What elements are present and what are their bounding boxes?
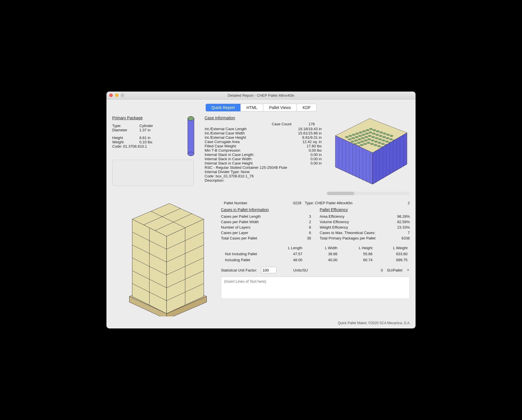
case-height-label: Int./External Case Height [205, 135, 290, 140]
svg-point-14 [376, 130, 379, 132]
su-factor-input[interactable] [261, 267, 276, 273]
svg-point-49 [364, 140, 367, 141]
dim-r2-len: 48.00 [271, 258, 305, 262]
case-count-label: Case Count [272, 122, 292, 126]
case-slack-width-value: 0.00 in [290, 157, 323, 161]
tpp-label: Total Primary Packages per Pallet [320, 236, 390, 240]
svg-point-6 [349, 135, 352, 137]
svg-point-34 [354, 140, 358, 141]
totalcases-label: Total Cases per Pallet [221, 236, 291, 240]
svg-point-36 [361, 137, 365, 139]
svg-point-11 [366, 129, 369, 131]
case-section: Case Information Case Count 176 Int./Ext… [205, 116, 410, 195]
tab-html[interactable]: HTML [241, 104, 263, 111]
case-width-label: Int./External Case Width [205, 131, 290, 135]
svg-point-38 [368, 135, 371, 137]
svg-point-61 [370, 143, 374, 145]
primary-type-value: Cylinder [139, 124, 162, 128]
cmt-value: 7 [390, 231, 410, 235]
svg-point-19 [348, 138, 351, 140]
scrollbar-thumb[interactable] [327, 192, 354, 195]
weight-eff-value: 23.33% [390, 225, 410, 229]
svg-point-59 [363, 143, 367, 145]
tab-pallet-views[interactable]: Pallet Views [263, 104, 297, 111]
svg-point-62 [374, 144, 377, 146]
tab-kdf[interactable]: KDF [297, 104, 316, 111]
primary-weight-label: Weight [112, 140, 139, 144]
su-per-pallet-label: SU/Pallet [387, 268, 402, 272]
cpl-value: 3 [291, 214, 311, 219]
svg-point-27 [375, 134, 379, 136]
app-window: Detailed Report - CHEP Pallet 48inx40in … [106, 92, 416, 328]
dim-r2-hei: 60.74 [341, 258, 375, 262]
dim-r1-len: 47.57 [271, 252, 305, 256]
statistical-unit-row: Statistical Unit Factor: Units/SU 0 SU/P… [221, 267, 410, 273]
svg-point-5 [345, 136, 349, 138]
area-eff-label: Area Efficiency [320, 214, 390, 219]
content: Primary Package Type:Cylinder Diameter1.… [106, 114, 416, 319]
minimize-icon[interactable] [115, 94, 118, 97]
notes-textarea[interactable] [221, 277, 410, 299]
close-icon[interactable] [109, 94, 113, 97]
svg-point-23 [362, 134, 365, 136]
svg-point-50 [367, 138, 371, 140]
svg-point-33 [351, 141, 354, 142]
case-3d-image [327, 116, 410, 195]
case-rsc-text: RSC - Regular Slotted Container 125-250#… [205, 165, 323, 170]
dim-h-height: L Height [341, 246, 375, 250]
primary-package-3d-icon [182, 116, 199, 156]
weight-eff-label: Weight Efficiency [320, 225, 390, 229]
svg-point-9 [359, 132, 362, 133]
case-tb-label: Min T-B Compression [205, 148, 290, 152]
pallet-efficiency-col: Pallet Efficiency Area Efficiency96.28% … [320, 207, 410, 241]
case-corrugate-value: 12.42 sq. in [290, 140, 323, 144]
svg-point-25 [369, 132, 372, 133]
svg-point-37 [365, 136, 368, 138]
dim-h-weight: L Weight [377, 246, 410, 250]
primary-height-value: 8.81 in [139, 136, 162, 140]
case-info-heading: Case Information [205, 116, 323, 120]
vol-eff-value: 82.59% [390, 220, 410, 224]
svg-point-2 [188, 152, 194, 156]
pallet-efficiency-heading: Pallet Efficiency [320, 207, 410, 212]
cpw-label: Cases per Pallet Width [221, 220, 291, 224]
layers-label: Number of Layers [221, 225, 291, 229]
primary-weight-value: 0.10 lbs [139, 140, 162, 144]
cpl-label: Cases per Pallet Length [221, 214, 291, 219]
cpw-value: 2 [291, 220, 311, 224]
svg-point-58 [360, 144, 363, 146]
svg-point-39 [371, 136, 375, 138]
primary-code-label: Code: [112, 144, 122, 148]
tab-row: Quick Report HTML Pallet Views KDF [106, 104, 416, 112]
case-divider-text: Internal Divider Type: None [205, 170, 323, 174]
svg-rect-1 [188, 118, 194, 154]
chevron-down-icon[interactable]: ▼ [406, 268, 410, 272]
pallet-3d-image [112, 201, 218, 316]
cases-in-pallet-col: Cases in Pallet Information Cases per Pa… [221, 207, 311, 241]
dim-r2-wid: 40.00 [307, 258, 340, 262]
case-image-scrollbar[interactable] [327, 192, 410, 195]
pallet-type-value: CHEP Pallet 48inx40in [315, 201, 352, 205]
primary-notes-box[interactable] [112, 160, 194, 186]
tab-quick-report[interactable]: Quick Report [206, 104, 241, 111]
case-tb-value: 0.00 lbs [290, 148, 323, 152]
svg-point-15 [379, 132, 383, 133]
maximize-icon[interactable] [121, 94, 124, 97]
totalcases-value: 36 [291, 236, 311, 240]
svg-point-10 [362, 130, 366, 132]
svg-point-40 [375, 137, 378, 139]
svg-point-26 [372, 133, 375, 134]
case-slack-height-label: Internal Slack in Case Height [205, 161, 290, 165]
lower-row: Pallet Number 0228 Type: CHEP Pallet 48i… [112, 201, 410, 316]
primary-code-value: 01.3708.810.1 [123, 144, 147, 148]
layers-value: 6 [291, 225, 311, 229]
case-slack-length-label: Internal Slack in Case Length: [205, 152, 290, 157]
svg-point-28 [379, 135, 382, 137]
dim-r2-wgt: 699.75 [377, 258, 410, 262]
svg-point-54 [381, 143, 385, 145]
case-description-label: Description: [205, 178, 323, 183]
cplayer-label: Cases per Layer [221, 231, 291, 235]
case-filled-weight-value: 17.60 lbs [290, 144, 323, 148]
primary-diameter-value: 1.37 in [139, 128, 162, 132]
svg-point-21 [355, 136, 358, 138]
